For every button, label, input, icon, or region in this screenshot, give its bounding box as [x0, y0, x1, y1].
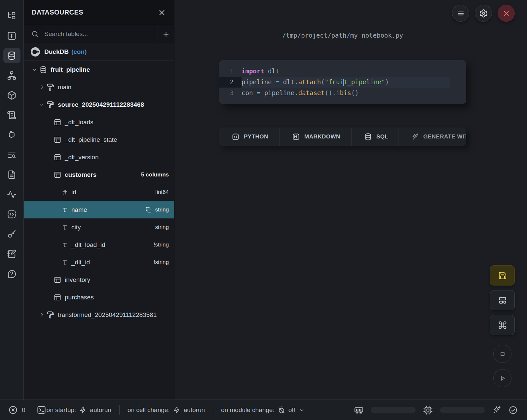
chevron-right-icon[interactable]: [38, 312, 46, 318]
play-button[interactable]: [493, 369, 511, 387]
activity-item-file-text[interactable]: [3, 167, 20, 182]
setting-on-module-change-[interactable]: on module change:off: [221, 406, 305, 414]
plus-icon: [162, 30, 170, 38]
chevron-right-icon[interactable]: [38, 84, 46, 90]
stop-button[interactable]: [493, 345, 511, 363]
search-icon: [31, 30, 39, 38]
tree-item-inventory[interactable]: inventory: [24, 271, 174, 288]
connection-qualifier: (con): [71, 48, 87, 56]
activity-item-box[interactable]: [3, 88, 20, 103]
tree-item-customers[interactable]: customers5 columns: [24, 166, 174, 183]
tree-item-_dlt_loads[interactable]: _dlt_loads: [24, 113, 174, 131]
tree-item-meta: !int64: [155, 189, 169, 196]
activity-item-list-search[interactable]: [3, 147, 20, 162]
schema-icon: [47, 101, 55, 109]
tree-item-label: city: [71, 224, 81, 231]
add-cell-python-button[interactable]: PYTHON: [219, 128, 279, 146]
activity-item-key[interactable]: [3, 226, 20, 242]
tree-item-fruit_pipeline[interactable]: fruit_pipeline: [24, 61, 174, 78]
setting-on-cell-change-[interactable]: on cell change:autorun: [128, 406, 205, 414]
tree-item-city[interactable]: citystring: [24, 218, 174, 236]
database-icon: [7, 51, 17, 60]
memory-usage-meter[interactable]: [371, 407, 416, 413]
activity-item-activity[interactable]: [3, 187, 20, 202]
settings-button[interactable]: [475, 5, 492, 22]
code-text: import dlt: [242, 67, 279, 75]
layout-button[interactable]: [490, 290, 515, 310]
tree-item-label: source_202504291112283468: [58, 101, 144, 108]
activity-item-scroll-text[interactable]: [3, 107, 20, 123]
activity-item-tree[interactable]: [3, 8, 20, 23]
notebook-filepath: /tmp/project/path/my_notebook.py: [219, 32, 466, 39]
check-circle-button[interactable]: [508, 405, 518, 415]
error-indicator[interactable]: 0: [8, 405, 25, 415]
chevron-down-icon[interactable]: [30, 66, 38, 73]
cpu-usage-meter[interactable]: [440, 407, 485, 413]
tree-item-_dlt_id[interactable]: _dlt_id!string: [24, 253, 174, 271]
activity-item-sitemap[interactable]: [3, 68, 20, 83]
search-input[interactable]: [44, 30, 158, 38]
resource-meters: [354, 405, 518, 415]
save-button[interactable]: [490, 265, 515, 286]
sparkles-icon: [492, 405, 501, 415]
activity-item-help-circle[interactable]: [3, 266, 20, 281]
add-cell-generate-wit-button[interactable]: GENERATE WIT: [398, 128, 466, 146]
tree-item-transformed_202504291112283581[interactable]: transformed_202504291112283581: [24, 306, 174, 324]
tree-item-_dlt_pipeline_state[interactable]: _dlt_pipeline_state: [24, 131, 174, 148]
menu-button[interactable]: [452, 5, 469, 22]
add-cell-buttons: PYTHONMARKDOWNSQLGENERATE WIT: [219, 128, 466, 146]
tree-item-label: _dlt_id: [71, 259, 90, 266]
panel-header: DATASOURCES: [24, 0, 174, 25]
chevron-down-icon[interactable]: [38, 101, 46, 108]
activity-item-database[interactable]: [3, 48, 20, 63]
function-square-icon: [7, 31, 17, 41]
type-icon: [61, 224, 68, 231]
tree-item-main[interactable]: main: [24, 78, 174, 96]
hash-icon: [61, 189, 68, 196]
line-number: 2: [219, 77, 242, 88]
search-row: [24, 25, 174, 43]
tree-item-_dlt_version[interactable]: _dlt_version: [24, 148, 174, 166]
tree-item-_dlt_load_id[interactable]: _dlt_load_id!string: [24, 236, 174, 253]
setting-on-startup-[interactable]: on startup:autorun: [47, 406, 111, 414]
bot-chat-icon: [7, 130, 17, 140]
setting-value: autorun: [90, 406, 111, 414]
close-button[interactable]: [498, 5, 515, 22]
line-number: 1: [219, 66, 242, 77]
code-line-2[interactable]: 2pipeline = dlt.attach("fruit_pipeline"): [219, 77, 466, 88]
code-line-1[interactable]: 1import dlt: [219, 66, 466, 77]
memory-icon: [354, 405, 364, 415]
tree-item-name[interactable]: namestring: [24, 201, 174, 218]
file-text-icon: [7, 170, 17, 179]
panel-close-button[interactable]: [158, 8, 166, 17]
activity-item-function-square[interactable]: [3, 28, 20, 43]
connection-row-duckdb[interactable]: DuckDB(con): [24, 43, 174, 61]
add-cell-markdown-button[interactable]: MARKDOWN: [279, 128, 351, 146]
settings-icon: [479, 9, 488, 18]
terminal-button[interactable]: [36, 405, 47, 415]
tree-item-source_202504291112283468[interactable]: source_202504291112283468: [24, 96, 174, 113]
cell-button-label: PYTHON: [244, 134, 268, 140]
table-icon: [54, 276, 61, 284]
chevron-down-icon: [31, 66, 38, 73]
setting-label: on module change:: [221, 406, 275, 414]
datasources-panel: DATASOURCES DuckDB(con)fruit_pipelinemai…: [23, 0, 174, 400]
code-cell[interactable]: 1import dlt2pipeline = dlt.attach("fruit…: [219, 60, 466, 104]
add-datasource-button[interactable]: [158, 25, 174, 43]
cell-button-label: MARKDOWN: [304, 134, 340, 140]
code-line-3[interactable]: 3con = pipeline.dataset().ibis(): [219, 88, 466, 98]
tree-item-label: inventory: [65, 276, 90, 284]
table-icon: [54, 136, 61, 144]
code-text: con = pipeline.dataset().ibis(): [242, 89, 359, 96]
activity-item-bot-chat[interactable]: [3, 127, 20, 142]
sparkles-button[interactable]: [492, 405, 501, 415]
activity-item-code-square[interactable]: [3, 207, 20, 222]
tree-item-label: fruit_pipeline: [51, 66, 90, 73]
tree-item-meta: string: [155, 224, 169, 231]
type-icon: [61, 242, 68, 248]
tree-item-id[interactable]: id!int64: [24, 183, 174, 201]
activity-item-notebook-pen[interactable]: [3, 246, 20, 261]
tree-item-purchases[interactable]: purchases: [24, 288, 174, 306]
command-button[interactable]: [490, 315, 515, 335]
add-cell-sql-button[interactable]: SQL: [351, 128, 398, 146]
